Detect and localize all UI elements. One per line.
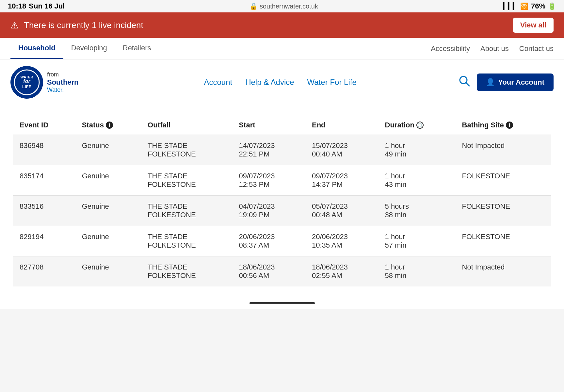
cell-end: 18/06/202302:55 AM — [305, 256, 379, 287]
home-indicator — [250, 302, 315, 304]
nav-account[interactable]: Account — [204, 78, 232, 87]
cell-end: 05/07/202300:48 AM — [305, 196, 379, 226]
col-start: Start — [232, 116, 305, 135]
svg-text:for: for — [23, 78, 30, 84]
top-nav-household[interactable]: Household — [10, 38, 63, 59]
table-header-row: Event ID Status i Outfall Start End — [13, 116, 551, 135]
cell-bathing-site: Not Impacted — [456, 135, 551, 165]
cell-outfall: THE STADEFOLKESTONE — [141, 226, 232, 256]
search-button[interactable] — [459, 75, 470, 90]
cell-event-id: 835174 — [13, 165, 75, 196]
col-status: Status i — [75, 116, 141, 135]
about-us-link[interactable]: About us — [480, 44, 509, 53]
cell-end: 09/07/202314:37 PM — [305, 165, 379, 196]
cell-event-id: 836948 — [13, 135, 75, 165]
logo-from: from — [47, 71, 79, 78]
cell-start: 18/06/202300:56 AM — [232, 256, 305, 287]
wifi-icon: 🛜 — [520, 2, 528, 10]
cell-end: 20/06/202310:35 AM — [305, 226, 379, 256]
your-account-label: Your Account — [498, 78, 544, 87]
cell-bathing-site: FOLKESTONE — [456, 226, 551, 256]
cell-start: 04/07/202319:09 PM — [232, 196, 305, 226]
svg-line-5 — [466, 83, 469, 86]
table-row: 836948GenuineTHE STADEFOLKESTONE14/07/20… — [13, 135, 551, 165]
cell-event-id: 833516 — [13, 196, 75, 226]
warning-icon: ⚠ — [10, 20, 19, 31]
bottom-bar — [0, 297, 564, 309]
top-nav: Household Developing Retailers Accessibi… — [0, 38, 564, 59]
table-row: 827708GenuineTHE STADEFOLKESTONE18/06/20… — [13, 256, 551, 287]
url-bar: 🔒 southernwater.co.uk — [250, 2, 318, 10]
cell-status: Genuine — [75, 135, 141, 165]
contact-us-link[interactable]: Contact us — [519, 44, 554, 53]
table-row: 829194GenuineTHE STADEFOLKESTONE20/06/20… — [13, 226, 551, 256]
bathing-info-icon: i — [506, 122, 513, 129]
data-table: Event ID Status i Outfall Start End — [13, 116, 551, 286]
user-icon: 👤 — [486, 78, 495, 87]
cell-duration: 1 hour43 min — [379, 165, 456, 196]
main-nav: Account Help & Advice Water For Life — [115, 78, 445, 87]
cell-duration: 1 hour57 min — [379, 226, 456, 256]
logo-container: WATER for LIFE from Southern Water. — [10, 66, 102, 99]
cell-outfall: THE STADEFOLKESTONE — [141, 165, 232, 196]
status-bar-left: 10:18 Sun 16 Jul — [8, 2, 65, 10]
cell-status: Genuine — [75, 256, 141, 287]
table-row: 833516GenuineTHE STADEFOLKESTONE04/07/20… — [13, 196, 551, 226]
battery-icon: 🔋 — [548, 2, 556, 10]
svg-text:LIFE: LIFE — [22, 84, 31, 89]
cell-start: 20/06/202308:37 AM — [232, 226, 305, 256]
cell-bathing-site: Not Impacted — [456, 256, 551, 287]
signal-icon: ▎▎▎ — [503, 2, 518, 10]
alert-banner: ⚠ There is currently 1 live incident Vie… — [0, 12, 564, 38]
nav-help-advice[interactable]: Help & Advice — [245, 78, 294, 87]
col-duration: Duration 🕐 — [379, 116, 456, 135]
cell-event-id: 827708 — [13, 256, 75, 287]
cell-status: Genuine — [75, 165, 141, 196]
cell-end: 15/07/202300:40 AM — [305, 135, 379, 165]
status-info-icon: i — [106, 122, 113, 129]
cell-start: 14/07/202322:51 PM — [232, 135, 305, 165]
logo-circle: WATER for LIFE — [10, 66, 43, 99]
cell-duration: 1 hour58 min — [379, 256, 456, 287]
view-all-button[interactable]: View all — [513, 18, 554, 33]
top-nav-right: Accessibility About us Contact us — [431, 44, 554, 53]
your-account-button[interactable]: 👤 Your Account — [477, 74, 554, 91]
cell-status: Genuine — [75, 226, 141, 256]
logo-water: Water. — [47, 87, 79, 93]
cell-status: Genuine — [75, 196, 141, 226]
col-bathing-site: Bathing Site i — [456, 116, 551, 135]
col-event-id: Event ID — [13, 116, 75, 135]
top-nav-developing[interactable]: Developing — [63, 38, 115, 59]
battery-level: 76% — [531, 2, 545, 10]
date: Sun 16 Jul — [29, 2, 65, 10]
top-nav-left: Household Developing Retailers — [10, 38, 159, 59]
logo-text: from Southern Water. — [47, 71, 79, 93]
accessibility-link[interactable]: Accessibility — [431, 44, 470, 53]
alert-left: ⚠ There is currently 1 live incident — [10, 20, 143, 31]
table-row: 835174GenuineTHE STADEFOLKESTONE09/07/20… — [13, 165, 551, 196]
content-area: Event ID Status i Outfall Start End — [0, 105, 564, 297]
logo-southern: Southern — [47, 78, 79, 87]
cell-event-id: 829194 — [13, 226, 75, 256]
alert-message: There is currently 1 live incident — [24, 20, 143, 30]
col-outfall: Outfall — [141, 116, 232, 135]
header-right: 👤 Your Account — [459, 74, 554, 91]
duration-clock-icon: 🕐 — [416, 122, 424, 129]
status-bar: 10:18 Sun 16 Jul 🔒 southernwater.co.uk ▎… — [0, 0, 564, 12]
cell-duration: 5 hours38 min — [379, 196, 456, 226]
col-end: End — [305, 116, 379, 135]
cell-outfall: THE STADEFOLKESTONE — [141, 256, 232, 287]
cell-outfall: THE STADEFOLKESTONE — [141, 135, 232, 165]
cell-duration: 1 hour49 min — [379, 135, 456, 165]
cell-start: 09/07/202312:53 PM — [232, 165, 305, 196]
cell-bathing-site: FOLKESTONE — [456, 196, 551, 226]
time: 10:18 — [8, 2, 26, 10]
top-nav-retailers[interactable]: Retailers — [115, 38, 159, 59]
nav-water-for-life[interactable]: Water For Life — [307, 78, 357, 87]
cell-outfall: THE STADEFOLKESTONE — [141, 196, 232, 226]
status-bar-right: ▎▎▎ 🛜 76% 🔋 — [503, 2, 556, 10]
main-header: WATER for LIFE from Southern Water. Acco… — [0, 59, 564, 105]
cell-bathing-site: FOLKESTONE — [456, 165, 551, 196]
